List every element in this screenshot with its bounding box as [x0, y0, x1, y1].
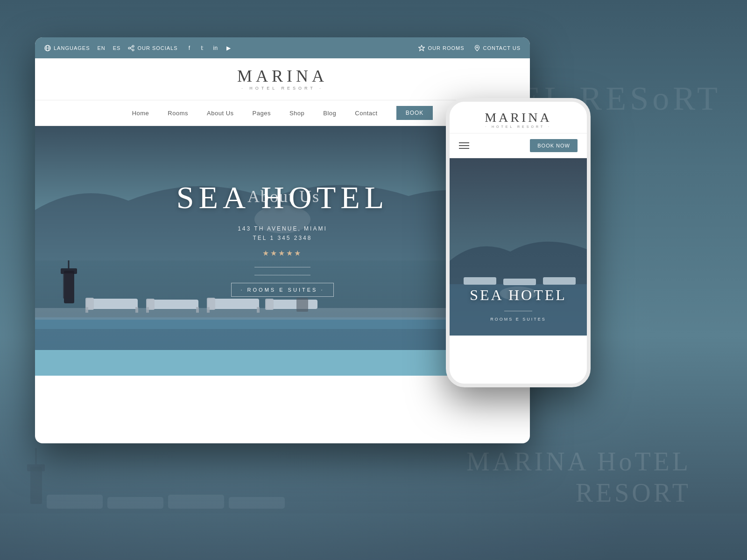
nav-about[interactable]: About Us [207, 110, 233, 117]
about-us-bg-text: About Us [247, 187, 320, 206]
svg-line-15 [130, 49, 132, 49]
hero-divider-top [254, 267, 310, 267]
mobile-hero-title: SEA HOTEL [470, 287, 567, 304]
twitter-icon[interactable]: 𝕥 [198, 44, 207, 52]
mobile-header: MARINA · HOTEL RESORT · [450, 102, 587, 133]
svg-rect-28 [196, 307, 199, 313]
nav-rooms[interactable]: Rooms [168, 110, 188, 117]
svg-rect-34 [265, 299, 274, 310]
mobile-inner: MARINA · HOTEL RESORT · BOOK NOW [450, 102, 587, 384]
hero-tel: TEL 1 345 2348 [176, 235, 389, 241]
top-bar-right: OUR ROOMS CONTACT US [418, 45, 521, 51]
top-bar: LANGUAGES EN ES OUR SOCIALS f 𝕥 in ▶ [35, 37, 530, 58]
hero-address: 143 TH AVENUE, MIAMI [176, 225, 389, 232]
svg-rect-25 [147, 300, 198, 309]
mobile-hero: SEA HOTEL ROOMS E SUITES [450, 158, 587, 336]
svg-rect-39 [63, 273, 73, 299]
mobile-nav-bar: BOOK NOW [450, 133, 587, 158]
mobile-rooms-text: ROOMS E SUITES [470, 317, 567, 322]
desktop-logo-subtitle: · HOTEL RESORT · [237, 86, 328, 91]
hero-divider-bottom [254, 275, 310, 275]
svg-rect-32 [257, 307, 260, 313]
mobile-logo-subtitle: · HOTEL RESORT · [459, 125, 578, 128]
header: MARINA · HOTEL RESORT · [35, 58, 530, 100]
svg-rect-44 [464, 277, 496, 285]
hero-rooms-link[interactable]: · ROOMS E SUITES · [231, 283, 334, 297]
svg-marker-16 [419, 45, 425, 51]
hamburger-line-1 [459, 142, 469, 143]
svg-rect-23 [85, 307, 88, 313]
languages-item[interactable]: LANGUAGES [44, 45, 90, 51]
languages-label: LANGUAGES [54, 45, 90, 51]
nav-pages[interactable]: Pages [253, 110, 271, 117]
lang-es[interactable]: ES [113, 45, 121, 51]
socials-label: OUR SOCIALS [137, 45, 177, 51]
contact-us-item[interactable]: CONTACT US [474, 45, 521, 51]
svg-point-12 [132, 49, 134, 51]
mobile-book-button[interactable]: BOOK NOW [530, 139, 578, 152]
hamburger-line-2 [459, 145, 469, 146]
mobile-logo-title: MARINA [459, 111, 578, 124]
our-rooms-item[interactable]: OUR ROOMS [418, 45, 464, 51]
svg-rect-29 [208, 299, 259, 309]
book-button[interactable]: BOOK [396, 106, 433, 120]
nav-shop[interactable]: Shop [289, 110, 304, 117]
svg-rect-31 [207, 307, 210, 313]
hero-stars: ★★★★★ [176, 249, 389, 258]
mobile-hero-content: SEA HOTEL ROOMS E SUITES [470, 287, 567, 322]
share-icon [128, 45, 134, 51]
scene-container: LANGUAGES EN ES OUR SOCIALS f 𝕥 in ▶ [35, 37, 707, 527]
globe-icon [44, 45, 51, 51]
youtube-icon[interactable]: ▶ [225, 44, 233, 52]
svg-point-13 [128, 47, 130, 49]
logo-area: MARINA · HOTEL RESORT · [237, 68, 328, 91]
socials-item[interactable]: OUR SOCIALS [128, 45, 177, 51]
our-rooms-label: OUR ROOMS [428, 45, 464, 51]
contact-us-label: CONTACT US [483, 45, 521, 51]
nav-contact[interactable]: Contact [355, 110, 377, 117]
social-icons: f 𝕥 in ▶ [185, 44, 233, 52]
nav-home[interactable]: Home [132, 110, 149, 117]
lang-en[interactable]: EN [97, 45, 105, 51]
svg-rect-21 [86, 299, 138, 309]
svg-point-11 [132, 45, 134, 47]
top-bar-left: LANGUAGES EN ES OUR SOCIALS f 𝕥 in ▶ [44, 44, 233, 52]
mobile-hero-divider [504, 311, 532, 311]
svg-line-14 [130, 47, 132, 48]
svg-rect-45 [503, 279, 536, 285]
svg-point-17 [476, 47, 478, 48]
svg-rect-24 [135, 307, 138, 313]
hamburger-menu[interactable] [459, 142, 469, 149]
location-icon [474, 45, 480, 51]
svg-rect-46 [543, 277, 576, 285]
nav-blog[interactable]: Blog [323, 110, 336, 117]
facebook-icon[interactable]: f [185, 44, 194, 52]
star-icon [418, 45, 425, 51]
svg-rect-27 [146, 307, 149, 313]
svg-rect-35 [296, 298, 308, 312]
svg-rect-33 [266, 300, 317, 309]
mobile-mockup: MARINA · HOTEL RESORT · BOOK NOW [446, 98, 591, 387]
hamburger-line-3 [459, 148, 469, 149]
linkedin-icon[interactable]: in [211, 44, 220, 52]
desktop-logo-title: MARINA [237, 68, 328, 84]
